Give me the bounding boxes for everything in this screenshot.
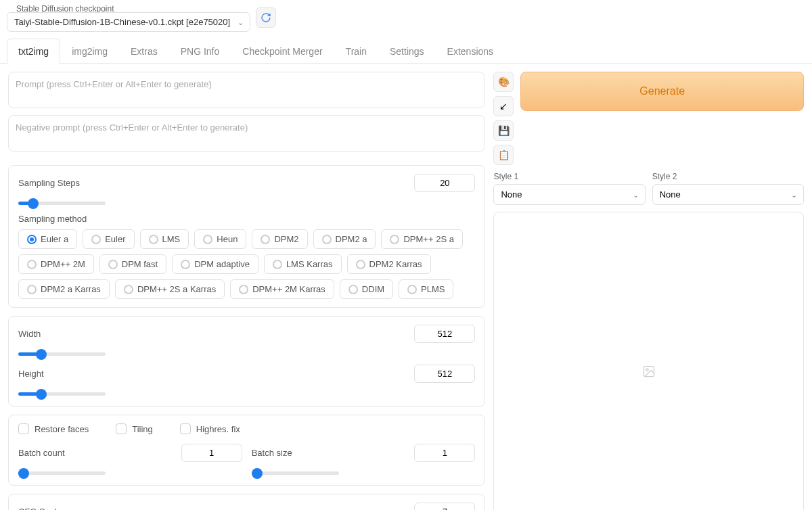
paste-button[interactable]: ↙: [493, 96, 514, 116]
style2-label: Style 2: [652, 172, 804, 181]
reload-checkpoint-button[interactable]: [256, 7, 276, 28]
tab-train[interactable]: Train: [334, 39, 378, 64]
batch-count-label: Batch count: [18, 448, 65, 458]
apply-style-button[interactable]: 📋: [493, 145, 514, 165]
batch-count-input[interactable]: [181, 444, 242, 462]
interrogate-button[interactable]: 🎨: [493, 72, 514, 92]
sampling-steps-slider[interactable]: [18, 202, 106, 205]
sampler-lms[interactable]: LMS: [140, 229, 189, 249]
refresh-icon: [261, 12, 271, 23]
sampling-steps-input[interactable]: [414, 174, 475, 192]
output-preview: [493, 212, 804, 510]
sampler-ddim[interactable]: DDIM: [340, 279, 393, 299]
height-label: Height: [18, 369, 44, 379]
tab-img2img[interactable]: img2img: [60, 39, 119, 64]
style2-select[interactable]: None: [652, 184, 804, 205]
negative-prompt-input[interactable]: [8, 115, 485, 152]
width-label: Width: [18, 329, 41, 339]
highres-fix-checkbox[interactable]: Highres. fix: [180, 423, 240, 434]
batch-size-label: Batch size: [252, 448, 292, 458]
style1-select[interactable]: None: [493, 184, 645, 205]
sampling-steps-label: Sampling Steps: [18, 178, 80, 188]
image-placeholder-icon: [642, 365, 656, 378]
tiling-checkbox[interactable]: Tiling: [116, 423, 153, 434]
batch-size-slider[interactable]: [252, 471, 339, 475]
sampler-lms-karras[interactable]: LMS Karras: [264, 254, 342, 274]
tab-checkpoint-merger[interactable]: Checkpoint Merger: [231, 39, 334, 64]
batch-count-slider[interactable]: [18, 471, 106, 475]
height-input[interactable]: [414, 365, 475, 383]
restore-faces-checkbox[interactable]: Restore faces: [18, 423, 89, 434]
width-input[interactable]: [414, 325, 475, 343]
height-slider[interactable]: [18, 392, 106, 396]
sampler-dpm-fast[interactable]: DPM fast: [99, 254, 166, 274]
style1-label: Style 1: [493, 172, 645, 181]
sampler-dpm2[interactable]: DPM2: [252, 229, 307, 249]
tab-extras[interactable]: Extras: [119, 39, 169, 64]
cfg-scale-input[interactable]: [414, 503, 475, 510]
sampler-dpm2-a[interactable]: DPM2 a: [313, 229, 376, 249]
arrow-down-left-icon: ↙: [499, 101, 508, 112]
sampler-euler[interactable]: Euler: [83, 229, 134, 249]
cfg-scale-label: CFG Scale: [18, 507, 62, 510]
generate-button[interactable]: Generate: [520, 72, 804, 111]
sampler-dpm2-a-karras[interactable]: DPM2 a Karras: [18, 279, 110, 299]
sampler-euler-a[interactable]: Euler a: [18, 229, 77, 249]
checkpoint-select[interactable]: Taiyi-Stable-Diffusion-1B-Chinese-v0.1.c…: [7, 12, 250, 32]
width-slider[interactable]: [18, 352, 106, 356]
floppy-disk-icon: 💾: [498, 125, 510, 136]
tab-png-info[interactable]: PNG Info: [169, 39, 231, 64]
save-style-button[interactable]: 💾: [493, 120, 514, 141]
tab-settings[interactable]: Settings: [378, 39, 436, 64]
sampler-dpm-2s-a[interactable]: DPM++ 2S a: [381, 229, 462, 249]
tab-txt2img[interactable]: txt2img: [7, 39, 60, 64]
sampler-heun[interactable]: Heun: [194, 229, 246, 249]
sampler-plms[interactable]: PLMS: [399, 279, 453, 299]
sampling-method-label: Sampling method: [18, 214, 475, 224]
clipboard-icon: 📋: [498, 149, 510, 160]
prompt-input[interactable]: [8, 72, 485, 108]
svg-point-1: [646, 369, 648, 371]
tab-extensions[interactable]: Extensions: [436, 39, 505, 64]
sampler-dpm-2s-a-karras[interactable]: DPM++ 2S a Karras: [115, 279, 225, 299]
sampler-dpm-2m[interactable]: DPM++ 2M: [18, 254, 94, 274]
sampler-dpm-adaptive[interactable]: DPM adaptive: [172, 254, 258, 274]
batch-size-input[interactable]: [414, 444, 475, 462]
sampler-dpm-2m-karras[interactable]: DPM++ 2M Karras: [230, 279, 334, 299]
sampler-dpm2-karras[interactable]: DPM2 Karras: [347, 254, 431, 274]
palette-icon: 🎨: [498, 76, 510, 87]
